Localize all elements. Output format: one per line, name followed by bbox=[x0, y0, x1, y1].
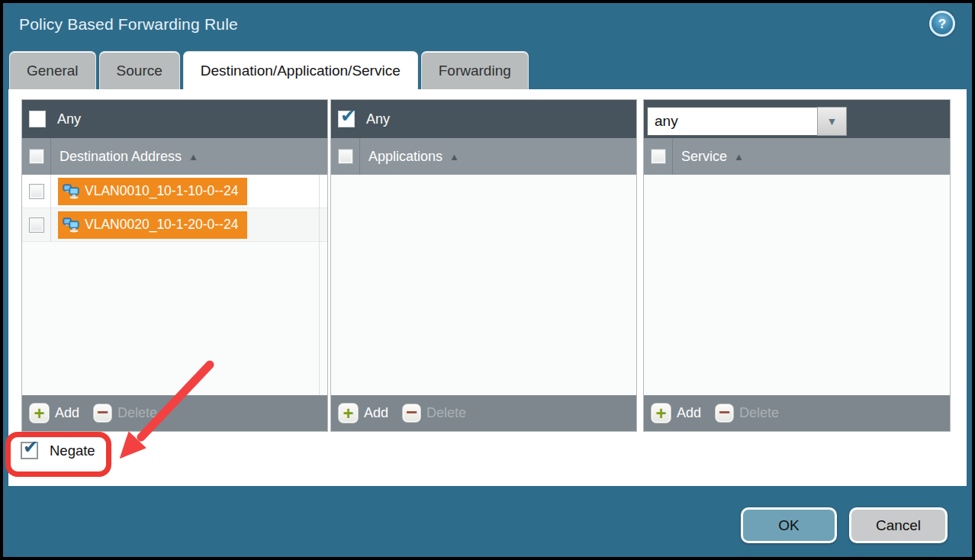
service-panel: any Service + Add − Delete bbox=[643, 99, 951, 432]
applications-any-bar: Any bbox=[331, 100, 636, 138]
add-button[interactable]: + Add bbox=[338, 403, 388, 423]
add-label: Add bbox=[55, 405, 79, 421]
destination-any-label: Any bbox=[57, 111, 81, 127]
tab-source[interactable]: Source bbox=[99, 51, 180, 89]
policy-forwarding-dialog: Policy Based Forwarding Rule General Sou… bbox=[0, 0, 975, 560]
address-row[interactable]: VLAN0010_10-1-10-0--24 bbox=[22, 175, 327, 208]
service-header-label: Service bbox=[681, 149, 727, 165]
service-toolbar: + Add − Delete bbox=[644, 395, 950, 431]
sort-asc-icon bbox=[188, 152, 198, 162]
service-any-bar: any bbox=[644, 100, 950, 138]
delete-button[interactable]: − Delete bbox=[402, 404, 466, 423]
negate-control: Negate bbox=[21, 442, 95, 459]
add-button[interactable]: + Add bbox=[651, 403, 701, 423]
destination-any-checkbox[interactable] bbox=[29, 111, 46, 127]
delete-button[interactable]: − Delete bbox=[93, 404, 157, 423]
dialog-title: Policy Based Forwarding Rule bbox=[19, 15, 238, 34]
dialog-actions: OK Cancel bbox=[741, 507, 948, 543]
applications-any-label: Any bbox=[366, 111, 390, 127]
plus-icon: + bbox=[29, 403, 50, 423]
destination-toolbar: + Add − Delete bbox=[22, 395, 327, 431]
add-label: Add bbox=[364, 405, 388, 421]
service-select-all-checkbox[interactable] bbox=[651, 149, 666, 164]
applications-column-header[interactable]: Applications bbox=[331, 138, 636, 175]
add-button[interactable]: + Add bbox=[29, 403, 79, 423]
destination-any-bar: Any bbox=[22, 100, 327, 138]
applications-panel: Any Applications + Add − Delete bbox=[330, 99, 637, 432]
address-chip[interactable]: VLAN0010_10-1-10-0--24 bbox=[58, 178, 247, 205]
applications-select-all-checkbox[interactable] bbox=[338, 149, 353, 164]
address-label: VLAN0010_10-1-10-0--24 bbox=[85, 183, 238, 199]
delete-label: Delete bbox=[117, 405, 157, 421]
applications-any-checkbox[interactable] bbox=[338, 111, 355, 127]
row-checkbox[interactable] bbox=[29, 217, 44, 233]
plus-icon: + bbox=[338, 403, 359, 423]
delete-label: Delete bbox=[426, 405, 466, 421]
destination-header-label: Destination Address bbox=[60, 149, 182, 165]
applications-header-label: Applications bbox=[368, 149, 442, 165]
minus-icon: − bbox=[402, 404, 421, 423]
address-label: VLAN0020_10-1-20-0--24 bbox=[85, 217, 238, 233]
tab-bar: General Source Destination/Application/S… bbox=[9, 52, 529, 89]
chevron-down-icon bbox=[827, 116, 838, 127]
delete-label: Delete bbox=[739, 405, 779, 421]
destination-select-all-checkbox[interactable] bbox=[29, 149, 44, 164]
negate-checkbox[interactable] bbox=[21, 442, 38, 459]
delete-button[interactable]: − Delete bbox=[715, 404, 779, 423]
negate-label: Negate bbox=[50, 443, 95, 459]
destination-column-header[interactable]: Destination Address bbox=[22, 138, 327, 175]
ok-button[interactable]: OK bbox=[741, 507, 837, 543]
tab-general[interactable]: General bbox=[9, 51, 96, 89]
service-column-header[interactable]: Service bbox=[644, 138, 950, 175]
cancel-button[interactable]: Cancel bbox=[849, 507, 948, 543]
service-list bbox=[644, 175, 950, 395]
sort-asc-icon bbox=[449, 152, 459, 162]
plus-icon: + bbox=[651, 403, 671, 423]
minus-icon: − bbox=[715, 404, 734, 423]
help-icon[interactable] bbox=[929, 11, 955, 37]
network-icon bbox=[63, 217, 79, 233]
add-label: Add bbox=[677, 405, 701, 421]
service-dropdown[interactable]: any bbox=[647, 107, 847, 136]
address-row[interactable]: VLAN0020_10-1-20-0--24 bbox=[22, 208, 327, 242]
address-chip[interactable]: VLAN0020_10-1-20-0--24 bbox=[58, 211, 247, 239]
tab-destination-application-service[interactable]: Destination/Application/Service bbox=[183, 51, 418, 89]
service-dropdown-button[interactable] bbox=[817, 107, 847, 136]
destination-address-list: VLAN0010_10-1-10-0--24 bbox=[22, 175, 327, 395]
destination-address-panel: Any Destination Address bbox=[21, 99, 328, 432]
tab-forwarding[interactable]: Forwarding bbox=[421, 51, 529, 89]
sort-asc-icon bbox=[734, 152, 744, 162]
minus-icon: − bbox=[93, 404, 112, 423]
network-icon bbox=[63, 184, 79, 199]
dialog-content: Any Destination Address bbox=[8, 89, 967, 486]
row-checkbox[interactable] bbox=[29, 184, 44, 199]
applications-list bbox=[331, 175, 636, 395]
service-dropdown-value[interactable]: any bbox=[647, 107, 817, 136]
applications-toolbar: + Add − Delete bbox=[331, 395, 636, 431]
